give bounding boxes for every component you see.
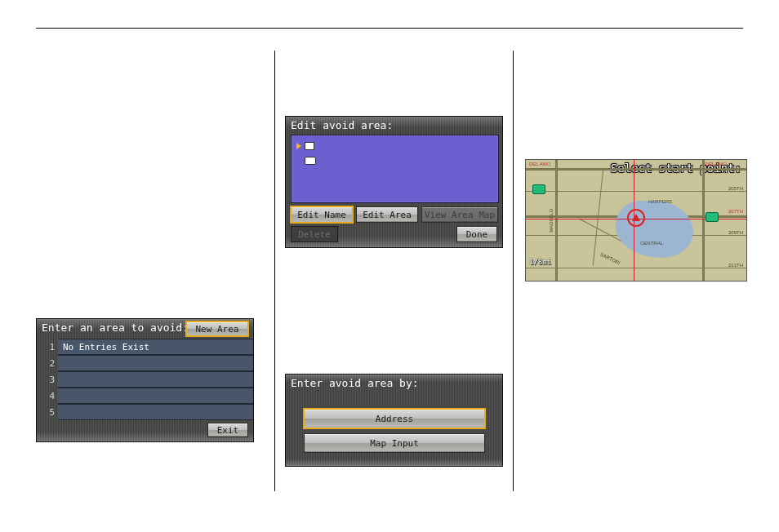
exit-button[interactable]: Exit xyxy=(207,423,248,437)
exit-label: Exit xyxy=(217,425,239,436)
delete-button: Delete xyxy=(291,226,338,242)
row-num-3: 3 xyxy=(40,375,55,385)
gps-badge-icon xyxy=(532,184,545,194)
column-separator-1 xyxy=(274,51,275,491)
row-text-1: No Entries Exist xyxy=(63,342,149,352)
area-thumb-icon xyxy=(305,142,314,150)
road-del-amo xyxy=(526,168,746,171)
row-num-5: 5 xyxy=(40,407,55,418)
list-row-2[interactable] xyxy=(58,355,253,371)
list-row-5[interactable] xyxy=(58,404,253,420)
preview-row-1 xyxy=(296,142,314,150)
row-num-4: 4 xyxy=(40,391,55,401)
area-thumb-icon xyxy=(305,157,316,165)
row-num-2: 2 xyxy=(40,358,55,369)
panel-enter-area: Enter an area to avoid: New Area 1 No En… xyxy=(36,318,254,442)
list-row-4[interactable] xyxy=(58,388,253,404)
street-209: 209TH xyxy=(728,230,743,235)
start-point-marker-icon xyxy=(627,209,645,227)
edit-name-button[interactable]: Edit Name xyxy=(291,206,353,223)
panel-enter-by: Enter avoid area by: Address Map Input xyxy=(285,374,503,467)
road-vert-1 xyxy=(555,160,558,281)
map-polygon xyxy=(616,201,693,258)
list-row-1[interactable]: No Entries Exist xyxy=(58,339,253,355)
address-label: Address xyxy=(376,414,413,424)
street-205: 205TH xyxy=(728,186,743,191)
selected-indicator-icon xyxy=(296,143,301,149)
page-root: { "panel_enter_area": { "title": "Enter … xyxy=(0,0,779,532)
new-area-label: New Area xyxy=(196,324,239,335)
view-area-map-button: View Area Map xyxy=(421,206,498,223)
street-del-amo-left: DEL AMO xyxy=(529,162,550,166)
list-row-3[interactable] xyxy=(58,371,253,388)
row-num-1: 1 xyxy=(40,342,55,352)
edit-area-button[interactable]: Edit Area xyxy=(356,206,418,223)
preview-row-2 xyxy=(305,157,316,165)
map-input-button[interactable]: Map Input xyxy=(304,433,485,453)
header-rule xyxy=(36,28,743,29)
panel-edit-area: Edit avoid area: Edit Name Edit Area Vie… xyxy=(285,116,503,248)
street-del-amo-right: DEL AMO xyxy=(706,162,727,166)
new-area-button[interactable]: New Area xyxy=(186,321,248,336)
street-207: 207TH xyxy=(728,209,743,214)
panel-enter-area-title: Enter an area to avoid: xyxy=(42,321,189,334)
panel-edit-area-title: Edit avoid area: xyxy=(291,119,393,131)
route-shield-icon xyxy=(706,212,719,222)
edit-name-label: Edit Name xyxy=(297,210,346,220)
map-panel[interactable]: Select start point: DEL AMO DEL AMO 205T… xyxy=(525,159,747,282)
delete-label: Delete xyxy=(298,229,331,240)
road-211 xyxy=(526,268,746,268)
map-input-label: Map Input xyxy=(370,438,419,449)
map-scale: 1/8mi xyxy=(529,258,551,266)
avoid-area-preview xyxy=(291,135,499,203)
view-area-map-label: View Area Map xyxy=(425,210,495,220)
street-madfeld: MADFELD xyxy=(549,209,554,233)
road-205 xyxy=(526,191,746,192)
street-211: 211TH xyxy=(728,263,743,268)
panel-enter-by-title: Enter avoid area by: xyxy=(291,377,419,389)
column-separator-2 xyxy=(513,51,514,491)
road-vert-2 xyxy=(702,160,705,281)
street-central: CENTRAL xyxy=(640,241,663,246)
edit-area-label: Edit Area xyxy=(363,210,412,220)
street-harpers: HARPERS xyxy=(648,199,672,204)
address-button[interactable]: Address xyxy=(304,409,485,428)
street-sartori: SARTORI xyxy=(599,252,621,266)
done-label: Done xyxy=(466,229,488,240)
done-button[interactable]: Done xyxy=(456,226,497,242)
